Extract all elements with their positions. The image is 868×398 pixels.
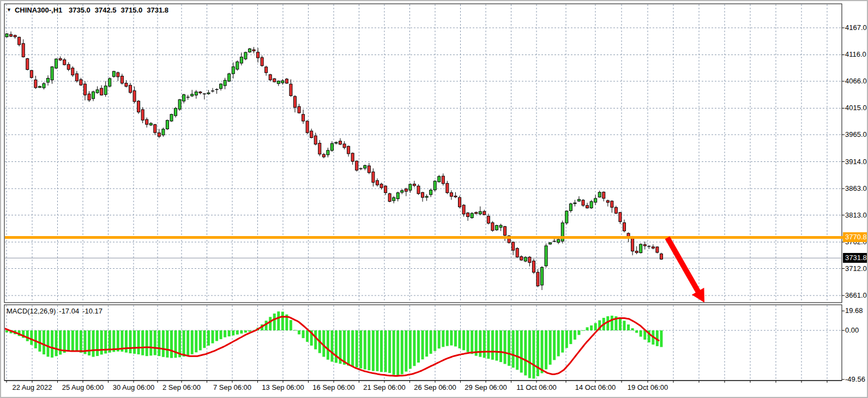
price-tick-label: 4015.0 xyxy=(845,104,867,112)
price-tick-label: 4066.0 xyxy=(845,77,867,85)
price-tick-label: 3813.0 xyxy=(845,211,867,219)
macd-tick-label: -49.56 xyxy=(845,375,865,383)
time-tick-label: 14 Oct 06:00 xyxy=(575,383,616,391)
current-price-tag: 3731.8 xyxy=(843,253,868,263)
ohlc-high: 3742.5 xyxy=(95,6,117,14)
time-tick-label: 25 Aug 06:00 xyxy=(62,383,104,391)
macd-tick-label: 19.68 xyxy=(845,306,863,315)
time-tick-label: 26 Sep 06:00 xyxy=(414,383,456,391)
price-tick-label: 3712.0 xyxy=(845,264,867,273)
ohlc-open: 3735.0 xyxy=(69,6,91,14)
chart-window: ▼CHINA300-,H1 3735.03742.53715.03731.8 M… xyxy=(0,0,868,398)
time-tick-label: 16 Sep 06:00 xyxy=(312,383,354,391)
time-tick-label: 13 Sep 06:00 xyxy=(262,383,304,391)
chart-header: ▼CHINA300-,H1 3735.03742.53715.03731.8 xyxy=(7,6,173,14)
indicator-macd-value: -17.04 xyxy=(59,307,79,315)
price-tick-label: 3965.0 xyxy=(845,130,867,138)
indicator-signal-value: -10.17 xyxy=(82,307,103,315)
macd-tick-label: 0.00 xyxy=(845,326,859,334)
chart-canvas[interactable] xyxy=(1,1,868,398)
symbol-dropdown-icon[interactable]: ▼ xyxy=(7,7,11,13)
time-tick-label: 30 Aug 06:00 xyxy=(113,383,155,391)
price-tick-label: 4167.0 xyxy=(845,23,867,32)
time-tick-label: 11 Oct 06:00 xyxy=(516,383,556,391)
ohlc-low: 3715.0 xyxy=(121,6,143,14)
symbol-label: CHINA300-,H1 xyxy=(15,6,62,14)
price-tick-label: 4116.0 xyxy=(845,50,866,58)
price-tick-label: 3914.0 xyxy=(845,158,867,166)
orange-price-tag: 3770.8 xyxy=(843,232,868,242)
indicator-label: MACD(12,26,9)-17.04-10.17 xyxy=(7,307,106,315)
ohlc-close: 3731.8 xyxy=(147,6,168,14)
time-tick-label: 21 Sep 06:00 xyxy=(363,383,405,391)
time-tick-label: 7 Sep 06:00 xyxy=(213,383,251,391)
time-tick-label: 22 Aug 2022 xyxy=(12,383,52,391)
time-tick-label: 2 Sep 06:00 xyxy=(162,383,201,391)
price-tick-label: 3661.0 xyxy=(845,291,867,299)
time-tick-label: 29 Sep 06:00 xyxy=(465,383,507,391)
price-tick-label: 3863.0 xyxy=(845,184,867,192)
time-tick-label: 19 Oct 06:00 xyxy=(628,383,668,391)
indicator-name: MACD(12,26,9) xyxy=(7,307,56,315)
